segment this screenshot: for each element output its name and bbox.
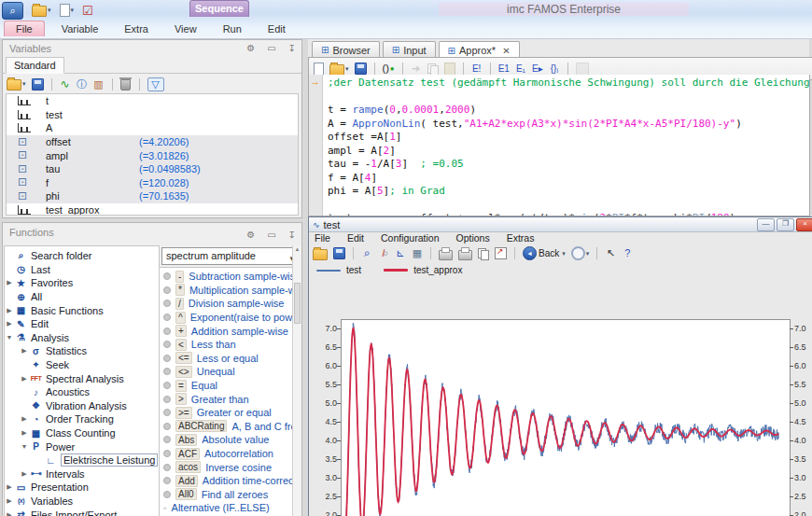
tree-expand-icon[interactable]: ▶ <box>20 429 29 437</box>
curve-window-titlebar[interactable]: ∿ test — ❐ × <box>309 217 812 232</box>
menu-item-file[interactable]: File <box>4 21 45 36</box>
variable-row[interactable]: ⊡f(=120.028) <box>7 176 298 190</box>
export-icon[interactable] <box>495 247 507 259</box>
operation-item[interactable]: >Greater than <box>160 392 293 406</box>
variable-row[interactable]: ⊡ampl(=3.01826) <box>7 148 298 162</box>
menu-item-edit[interactable]: Edit <box>259 21 295 36</box>
variable-row[interactable]: t <box>7 94 298 108</box>
menu-item-variable[interactable]: Variable <box>52 21 108 36</box>
curve-menu-options[interactable]: Options <box>455 232 489 245</box>
operation-item[interactable]: AddAddition time-correct <box>160 474 293 488</box>
variable-row[interactable]: A <box>7 121 298 135</box>
operation-item[interactable]: <=Less or equal <box>160 352 293 366</box>
help-icon[interactable]: ? <box>622 247 633 259</box>
tree-item-search-folder[interactable]: ⌕Search folder <box>5 249 159 263</box>
save-icon[interactable] <box>333 247 345 259</box>
operation-item[interactable]: ABCRatingA, B and C frequency <box>160 420 293 434</box>
tree-item-statistics[interactable]: ▶σStatistics <box>5 344 159 358</box>
open-folder-icon[interactable]: ▾ <box>7 77 26 91</box>
app-search-icon[interactable]: ⌕ <box>2 2 23 20</box>
back-button[interactable]: ◂Back▾ <box>523 246 566 260</box>
variable-row[interactable]: ⊡tau(=0.0498583) <box>7 162 298 176</box>
tree-item-order-tracking[interactable]: ▶◔Order Tracking <box>5 412 159 426</box>
gear-icon[interactable]: ⚙ <box>246 40 255 57</box>
curve-menu-edit[interactable]: Edit <box>347 232 364 245</box>
tree-expand-icon[interactable]: ▶ <box>5 483 14 491</box>
tree-expand-icon[interactable]: ▶ <box>5 511 14 516</box>
tab-standard[interactable]: Standard <box>6 57 64 74</box>
tree-expand-icon[interactable]: ▼ <box>5 334 14 341</box>
function-group-selector[interactable]: spectrum amplitude ▼ <box>161 247 299 265</box>
show-curve-icon[interactable]: ∿ <box>60 78 71 91</box>
curve-menu-file[interactable]: File <box>315 232 330 245</box>
variable-row[interactable]: ⊡offset(=4.20206) <box>7 135 298 149</box>
print-icon[interactable] <box>458 246 472 260</box>
open-icon[interactable] <box>313 247 328 260</box>
filter-icon[interactable]: ▽ <box>147 77 164 91</box>
checklist-icon[interactable]: ☑ <box>82 5 93 17</box>
menu-item-run[interactable]: Run <box>214 21 251 36</box>
editor-tab-input[interactable]: ⊞Input <box>383 41 436 58</box>
disabled-tool-icon[interactable] <box>576 63 589 76</box>
measure-icon[interactable]: ⊾ <box>395 247 406 259</box>
gear-icon[interactable]: ⚙ <box>246 226 255 244</box>
tree-item-intervals[interactable]: ▶⇤⇥Intervals <box>5 467 159 481</box>
operation-item[interactable]: +Addition sample-wise <box>160 324 293 338</box>
tree-expand-icon[interactable]: ▼ <box>20 443 29 450</box>
tree-expand-icon[interactable]: ▶ <box>20 470 29 478</box>
tree-item-all[interactable]: ⊕All <box>5 290 159 304</box>
operation-item[interactable]: ▫Alternative (IF..ELSE) <box>160 501 293 515</box>
operation-item[interactable]: =Equal <box>160 379 293 393</box>
open-folder-icon[interactable]: ▾ <box>32 4 51 17</box>
tree-item-files-import-export[interactable]: ▶⇄Files Import/Export <box>5 508 159 516</box>
columns-icon[interactable]: ▥ <box>93 78 105 91</box>
run-sequence-icon[interactable]: ()● <box>383 63 395 75</box>
delete-icon[interactable] <box>120 77 132 91</box>
tree-expand-icon[interactable]: ▶ <box>5 279 14 286</box>
tree-item-spectral-analysis[interactable]: ▶FFTSpectral Analysis <box>5 371 159 385</box>
scrollbar[interactable]: ▲ <box>292 245 301 516</box>
editor-option-1-icon[interactable]: E1 <box>498 63 510 75</box>
tree-expand-icon[interactable]: ▶ <box>20 375 29 383</box>
tree-item-elektrische-leistung[interactable]: ∟Elektrische Leistung <box>5 453 159 467</box>
tree-item-last[interactable]: ◷Last <box>5 263 159 277</box>
history-button[interactable]: ▾ <box>571 246 590 260</box>
tree-item-power[interactable]: ▼PPower <box>5 439 159 453</box>
operation-item[interactable]: AbsAbsolute value <box>160 433 293 447</box>
cursor-mode-icon[interactable]: ↖ <box>605 247 616 259</box>
tree-item-analysis[interactable]: ▼⚗Analysis <box>5 331 159 345</box>
operation-item[interactable]: ACFAutocorrelation <box>160 447 293 461</box>
syntax-check-icon[interactable]: E! <box>471 63 483 75</box>
save-icon[interactable] <box>355 63 367 75</box>
editor-option-2-icon[interactable]: E₁ <box>515 63 526 75</box>
insert-icon[interactable]: ➔ <box>411 63 422 75</box>
variable-row[interactable]: test <box>7 108 298 122</box>
tree-item-edit[interactable]: ▶✎Edit <box>5 317 159 331</box>
tree-expand-icon[interactable]: ▶ <box>5 497 14 505</box>
properties-icon[interactable]: ⓘ <box>77 78 88 91</box>
copy-icon[interactable] <box>427 63 439 75</box>
tree-item-basic-functions[interactable]: ▶▦Basic Functions <box>5 303 159 317</box>
menu-item-extra[interactable]: Extra <box>115 21 158 36</box>
zoom-off-icon[interactable]: ⌕/ <box>378 247 389 259</box>
new-file-icon[interactable] <box>313 63 324 76</box>
minimize-button[interactable]: — <box>757 218 775 231</box>
operation-item[interactable]: <>Unequal <box>160 365 293 379</box>
tree-item-seek[interactable]: ⌖Seek <box>5 358 159 372</box>
variable-row[interactable]: test_approx <box>7 203 298 216</box>
tree-expand-icon[interactable]: ▶ <box>20 415 29 423</box>
close-button[interactable]: × <box>796 218 812 231</box>
operation-item[interactable]: acosInverse cosine <box>160 460 293 474</box>
zoom-in-icon[interactable]: ⌕ <box>361 247 372 259</box>
operation-item[interactable]: /Division sample-wise <box>160 297 293 311</box>
tree-expand-icon[interactable]: ▶ <box>5 320 14 328</box>
tree-item-acoustics[interactable]: ♪Acoustics <box>5 385 159 399</box>
operation-item[interactable]: >=Greater or equal <box>160 406 293 420</box>
grid-icon[interactable]: ▦ <box>412 247 423 259</box>
operation-item[interactable]: All0Find all zeroes <box>160 488 293 502</box>
save-icon[interactable] <box>32 78 44 91</box>
maximize-icon[interactable]: ▭ <box>267 226 275 244</box>
menu-item-view[interactable]: View <box>165 21 206 36</box>
new-file-icon[interactable]: ▾ <box>60 4 75 17</box>
tree-expand-icon[interactable]: ▶ <box>20 347 29 355</box>
